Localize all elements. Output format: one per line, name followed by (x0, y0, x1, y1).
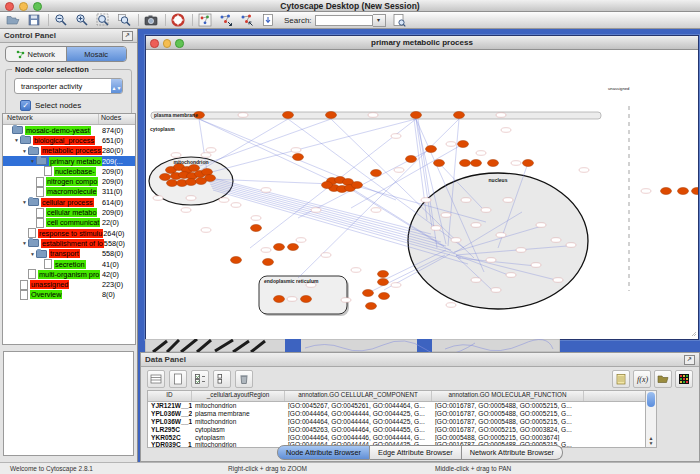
node-label-pill[interactable] (481, 208, 491, 213)
node-label-pill[interactable] (446, 142, 456, 147)
column-header-id[interactable]: ID (148, 391, 192, 401)
node-label-pill[interactable] (641, 189, 651, 194)
create-view-icon[interactable] (219, 13, 233, 27)
tab-network-attribute-browser[interactable]: Network Attribute Browser (462, 445, 563, 460)
tab-edge-attribute-browser[interactable]: Edge Attribute Browser (370, 445, 462, 460)
zoom-in-icon[interactable] (75, 13, 89, 27)
node[interactable] (426, 146, 437, 153)
node[interactable] (411, 112, 422, 119)
tab-mosaic[interactable]: Mosaic (66, 47, 127, 61)
search-go-icon[interactable] (392, 13, 406, 27)
node-label-pill[interactable] (171, 153, 181, 158)
table-icon[interactable] (147, 370, 165, 388)
node[interactable] (661, 188, 672, 195)
tree-row-cellular-metabo[interactable]: cellular metabo209(0) (3, 207, 135, 217)
node-label-pill[interactable] (496, 113, 506, 118)
node[interactable] (454, 112, 465, 119)
node-label-pill[interactable] (551, 238, 561, 243)
node-label-pill[interactable] (201, 228, 211, 233)
node[interactable] (363, 290, 374, 297)
title-bar[interactable]: Cytoscape Desktop (New Session) (0, 0, 700, 12)
tree-row-primary-metabo[interactable]: ▼primary metabo209(... (3, 156, 135, 166)
node[interactable] (488, 160, 499, 167)
node-label-pill[interactable] (461, 198, 471, 203)
search-dropdown-icon[interactable]: ▾ (373, 14, 386, 27)
network-window-titlebar[interactable]: primary metabolic process (146, 36, 698, 50)
tree-row-establishment-of-lo[interactable]: ▼establishment of lo558(0) (3, 238, 135, 248)
node-label-pill[interactable] (451, 238, 461, 243)
tab-node-attribute-browser[interactable]: Node Attribute Browser (277, 445, 370, 460)
node-label-pill[interactable] (231, 203, 241, 208)
node-label-pill[interactable] (261, 188, 271, 193)
tree-row-nucleobase-[interactable]: nucleobase-209(0) (3, 166, 135, 176)
node[interactable] (167, 180, 178, 187)
node[interactable] (458, 141, 469, 148)
node-color-dropdown[interactable]: transporter activity ▲▼ (14, 78, 123, 94)
background-window-fragment[interactable] (145, 339, 560, 352)
node[interactable] (251, 225, 262, 232)
tree-row-multi-organism-pro[interactable]: multi-organism pro42(0) (3, 269, 135, 279)
tree-row-unassigned[interactable]: unassigned223(0) (3, 279, 135, 289)
node-label-pill[interactable] (238, 113, 248, 118)
matrix-icon[interactable] (675, 370, 693, 388)
edge[interactable] (209, 182, 446, 246)
node[interactable] (196, 178, 207, 185)
node-label-pill[interactable] (296, 238, 306, 243)
node-label-pill[interactable] (441, 213, 451, 218)
column-header-spacer[interactable] (584, 391, 646, 401)
unselect-attributes-icon[interactable] (213, 370, 231, 388)
notepad-icon[interactable] (612, 370, 630, 388)
network-graph[interactable]: plasma membranecytoplasmmitochondrionnuc… (146, 50, 698, 338)
node-label-pill[interactable] (503, 198, 513, 203)
search-input[interactable] (315, 15, 373, 26)
open-icon[interactable] (6, 13, 20, 27)
node-label-pill[interactable] (261, 248, 271, 253)
node-label-pill[interactable] (501, 128, 511, 133)
table-row-YPL036W__1[interactable]: YPL036W__1mitochondrion[GO:0044464, GO:0… (148, 417, 646, 425)
node-label-pill[interactable] (531, 263, 541, 268)
node-label-pill[interactable] (579, 168, 589, 173)
tree-row-response-to-stimulu[interactable]: response to stimulu264(0) (3, 228, 135, 238)
node-label-pill[interactable] (486, 258, 496, 263)
tree-row-mosaic-demo-yeast[interactable]: mosaic-demo-yeast874(0) (3, 125, 135, 135)
tree-row-transport[interactable]: ▼transport558(0) (3, 249, 135, 259)
node[interactable] (406, 156, 417, 163)
tree-row-biological-process[interactable]: ▼biological_process651(0) (3, 135, 135, 145)
table-scrollbar[interactable]: ▲▼ (645, 390, 657, 448)
node[interactable] (160, 174, 171, 181)
import-folder-icon[interactable] (654, 370, 672, 388)
node-label-pill[interactable] (506, 273, 516, 278)
select-attributes-icon[interactable] (191, 370, 209, 388)
table-row-YLR295C[interactable]: YLR295Ccytoplasm[GO:0045263, GO:0044464,… (148, 425, 646, 433)
node-label-pill[interactable] (371, 208, 381, 213)
expand-icon[interactable]: ▼ (29, 251, 36, 257)
column-header-annotation-go-molecular-function[interactable]: annotation.GO MOLECULAR_FUNCTION (432, 391, 584, 401)
tree-row-cell-communicat[interactable]: cell communicat22(0) (3, 218, 135, 228)
table-row-YPL036W__2[interactable]: YPL036W__2plasma membrane[GO:0044464, GO… (148, 409, 646, 417)
node[interactable] (471, 160, 482, 167)
node[interactable] (371, 170, 382, 177)
tab-network[interactable]: Network (6, 47, 66, 61)
node-label-pill[interactable] (201, 153, 211, 158)
node[interactable] (352, 182, 363, 189)
node[interactable] (186, 179, 197, 186)
expand-icon[interactable]: ▼ (21, 148, 28, 154)
node[interactable] (434, 160, 445, 167)
node[interactable] (366, 303, 377, 310)
expand-icon[interactable]: ▼ (21, 240, 28, 246)
table-row-YJR121W__1[interactable]: YJR121W__1mitochondrion[GO:0045267, GO:0… (148, 402, 646, 410)
birdseye-view[interactable] (3, 351, 134, 456)
node[interactable] (293, 154, 304, 161)
node-label-pill[interactable] (496, 233, 506, 238)
edge[interactable] (204, 119, 416, 174)
zoom-out-icon[interactable] (54, 13, 68, 27)
node-label-pill[interactable] (471, 278, 481, 283)
edge[interactable] (201, 119, 288, 170)
node[interactable] (301, 296, 312, 303)
node[interactable] (326, 112, 337, 119)
node-label-pill[interactable] (491, 288, 501, 293)
tree-column-nodes[interactable]: Nodes (99, 114, 135, 124)
node-label-pill[interactable] (431, 226, 441, 231)
node-label-pill[interactable] (341, 298, 351, 303)
float-panel-icon[interactable]: ↗ (684, 355, 695, 365)
